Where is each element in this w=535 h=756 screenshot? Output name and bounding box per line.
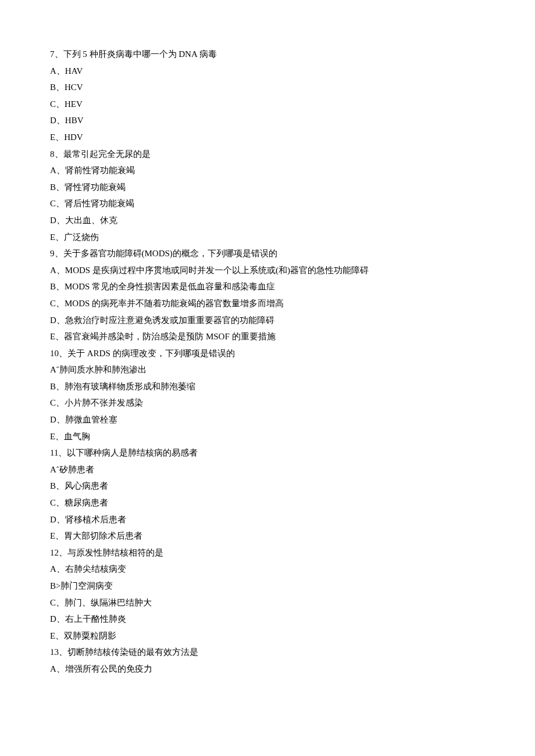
question-option: B、肺泡有玻璃样物质形成和肺泡萎缩 [50, 382, 535, 391]
question-option: E、HDV [50, 133, 535, 142]
question-option: E、双肺粟粒阴影 [50, 632, 535, 640]
question-stem: 9、关于多器官功能障碍(MODS)的概念，下列哪项是错误的 [50, 249, 535, 258]
question-option: B>肺门空洞病变 [50, 582, 535, 590]
question-option: E、广泛烧伤 [50, 233, 535, 242]
question-stem: 12、与原发性肺结核相符的是 [50, 549, 535, 557]
question-option: C、小片肺不张并发感染 [50, 399, 535, 407]
question-option: B、HCV [50, 83, 535, 92]
question-option: D、大出血、休克 [50, 216, 535, 225]
question-option: E、器官衰竭并感染时，防治感染是预防 MSOF 的重要措施 [50, 332, 535, 341]
question-option: C、肺门、纵隔淋巴结肿大 [50, 599, 535, 607]
question-stem: 13、切断肺结核传染链的最有效方法是 [50, 648, 535, 657]
question-option: C、HEV [50, 100, 535, 109]
question-stem: 11、以下哪种病人是肺结核病的易感者 [50, 449, 535, 457]
question-option: D、肺微血管栓塞 [50, 415, 535, 424]
question-stem: 8、最常引起完全无尿的是 [50, 150, 535, 159]
question-option: Aˆ肺间质水肿和肺泡渗出 [50, 366, 535, 374]
question-option: E、胃大部切除术后患者 [50, 532, 535, 540]
question-option: A、肾前性肾功能衰竭 [50, 166, 535, 175]
question-option: C、肾后性肾功能衰竭 [50, 199, 535, 208]
question-option: A、右肺尖结核病变 [50, 565, 535, 574]
question-option: E、血气胸 [50, 432, 535, 441]
question-stem: 7、下列 5 种肝炎病毒中哪一个为 DNA 病毒 [50, 50, 535, 59]
question-option: Aˆ矽肺患者 [50, 465, 535, 474]
question-option: B、MODS 常见的全身性损害因素是低血容量和感染毒血症 [50, 282, 535, 291]
question-option: D、肾移植术后患者 [50, 515, 535, 524]
question-option: B、风心病患者 [50, 482, 535, 490]
question-option: D、右上干酪性肺炎 [50, 615, 535, 624]
question-option: D、急救治疗时应注意避免诱发或加重重要器官的功能障碍 [50, 316, 535, 325]
question-stem: 10、关于 ARDS 的病理改变，下列哪项是错误的 [50, 349, 535, 358]
question-option: C、MODS 的病死率并不随着功能衰竭的器官数量增多而增高 [50, 299, 535, 308]
question-option: D、HBV [50, 116, 535, 125]
question-option: B、肾性肾功能衰竭 [50, 183, 535, 192]
question-option: A、MODS 是疾病过程中序贯地或同时并发一个以上系统或(和)器官的急性功能障碍 [50, 266, 535, 275]
question-option: C、糖尿病患者 [50, 499, 535, 507]
question-option: A、HAV [50, 67, 535, 76]
question-option: A、增强所有公民的免疫力 [50, 665, 535, 673]
